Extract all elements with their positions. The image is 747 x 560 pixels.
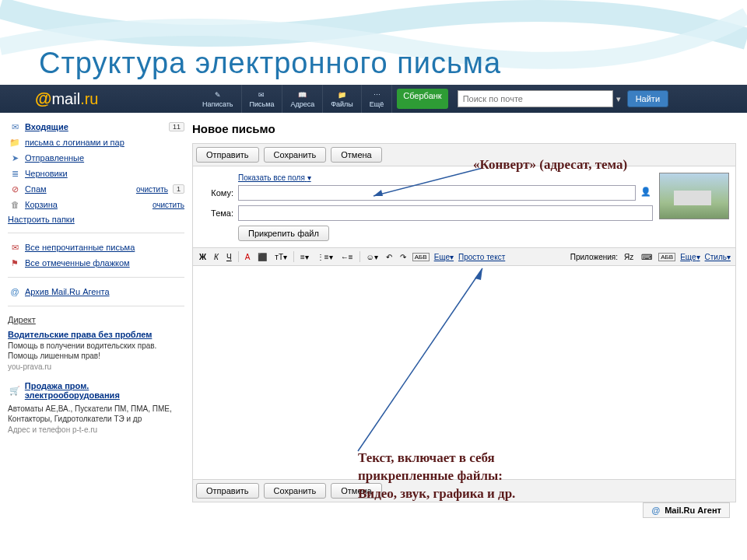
inbox-icon: ✉ [8, 121, 22, 132]
direkt-heading[interactable]: Директ [8, 313, 184, 327]
theme-thumbnail[interactable] [659, 173, 729, 219]
agent-bar[interactable]: @ Mail.Ru Агент [643, 502, 730, 518]
link-unread[interactable]: ✉ Все непрочитанные письма [8, 240, 184, 255]
separator [293, 251, 294, 262]
at-icon: @ [35, 89, 51, 109]
nav-label: Написать [202, 100, 233, 108]
save-button-bottom[interactable]: Сохранить [264, 483, 327, 499]
search-input[interactable] [458, 90, 613, 107]
divider [8, 277, 184, 278]
translit-button[interactable]: Яz [622, 252, 635, 262]
drafts-icon: ≣ [8, 168, 22, 179]
bg-color-button[interactable]: ⬛ [256, 252, 268, 262]
separator [359, 251, 360, 262]
chevron-down-icon: ▾ [307, 173, 311, 182]
to-input[interactable] [238, 185, 636, 201]
ad2-text: Автоматы АЕ,ВА., Пускатели ПМ, ПМА, ПМЕ,… [8, 402, 184, 425]
dropdown-icon[interactable]: ▾ [616, 94, 621, 104]
agent-label: Mail.Ru Агент [665, 506, 721, 515]
slide-title: Структура электронного письма [0, 0, 747, 85]
font-color-button[interactable]: A [244, 252, 252, 262]
send-button-bottom[interactable]: Отправить [196, 483, 259, 499]
italic-button[interactable]: К [212, 252, 220, 262]
clear-spam[interactable]: очистить [136, 185, 168, 194]
folder-label: Отправленные [25, 153, 84, 163]
spam-count: 1 [173, 184, 184, 194]
folder-trash[interactable]: 🗑 Корзина очистить [8, 197, 184, 212]
keyboard-button[interactable]: ⌨ [640, 252, 654, 262]
folder-inbox[interactable]: ✉ Входящие 11 [8, 119, 184, 135]
spellcheck-button[interactable]: АБВ [412, 253, 430, 261]
style-button[interactable]: Стиль▾ [705, 253, 731, 261]
ad2-title[interactable]: Продажа пром. электрооборудования [25, 381, 184, 400]
show-all-fields[interactable]: Показать все поля ▾ [199, 173, 311, 182]
save-button[interactable]: Сохранить [264, 147, 327, 163]
to-label: Кому: [199, 188, 233, 198]
nav-contacts[interactable]: 📖 Адреса [282, 85, 323, 113]
plaintext-button[interactable]: Просто текст [458, 253, 505, 261]
ad1-title[interactable]: Водительские права без проблем [8, 327, 184, 339]
envelope-icon: ✉ [8, 242, 22, 253]
ad1-text: Помощь в получении водительских прав. По… [8, 339, 184, 362]
logo-ru: .ru [80, 90, 98, 108]
send-button[interactable]: Отправить [196, 147, 259, 163]
search-button[interactable]: Найти [627, 90, 668, 107]
to-row: Кому: 👤 [199, 185, 653, 201]
pencil-icon: ✎ [215, 89, 221, 100]
nav-label: Файлы [331, 100, 353, 108]
folder-icon: 📁 [8, 137, 22, 148]
settings-folders[interactable]: Настроить папки [8, 212, 184, 226]
underline-button[interactable]: Ч [225, 252, 233, 262]
search-container: ▾ Найти [458, 85, 668, 113]
smiley-button[interactable]: ☺▾ [365, 252, 380, 262]
link-label: Все непрочитанные письма [25, 243, 135, 252]
sidebar: ✉ Входящие 11 📁 письма с логинами и пар … [0, 113, 192, 509]
subject-row: Тема: [199, 205, 653, 221]
cancel-button-bottom[interactable]: Отмена [331, 483, 381, 499]
divider [8, 306, 184, 306]
align-button[interactable]: ≡▾ [299, 252, 310, 262]
translate-button[interactable]: АБВ [658, 253, 675, 261]
nav-files[interactable]: 📁 Файлы [323, 85, 362, 113]
sberbank-button[interactable]: Сбербанк [397, 89, 447, 109]
font-size-button[interactable]: тT▾ [273, 252, 289, 262]
clear-trash[interactable]: очистить [153, 201, 184, 209]
cart-icon: 🛒 [8, 385, 22, 396]
subject-label: Тема: [199, 208, 233, 218]
folder-drafts[interactable]: ≣ Черновики [8, 166, 184, 181]
more-button[interactable]: Еще▾ [434, 253, 454, 261]
sent-icon: ➤ [8, 152, 22, 163]
envelope-icon: ✉ [258, 89, 265, 100]
redo-button[interactable]: ↷ [398, 252, 408, 262]
compose-title: Новое письмо [192, 119, 736, 143]
indent-button[interactable]: ←≡ [339, 252, 355, 262]
separator [238, 251, 239, 262]
nav-mail[interactable]: ✉ Письма [242, 85, 283, 113]
book-icon: 📖 [298, 89, 307, 100]
more2-button[interactable]: Еще▾ [680, 253, 700, 261]
divider [8, 233, 184, 233]
editor-body[interactable] [192, 266, 736, 480]
subject-input[interactable] [238, 205, 653, 221]
cancel-button[interactable]: Отмена [331, 147, 381, 163]
link-archive[interactable]: @ Архив Mail.Ru Агента [8, 284, 184, 299]
folder-label: Спам [25, 184, 47, 194]
link-flagged[interactable]: ⚑ Все отмеченные флажком [8, 255, 184, 271]
attach-button[interactable]: Прикрепить файл [238, 226, 329, 241]
undo-button[interactable]: ↶ [384, 252, 394, 262]
logo[interactable]: @ mail .ru [0, 85, 195, 113]
list-button[interactable]: ⋮≡▾ [315, 252, 335, 262]
nav-compose[interactable]: ✎ Написать [195, 85, 242, 113]
nav-label: Письма [250, 100, 275, 108]
folder-logins[interactable]: 📁 письма с логинами и пар [8, 135, 184, 150]
spam-icon: ⊘ [8, 184, 22, 194]
bold-button[interactable]: Ж [198, 252, 208, 262]
folder-sent[interactable]: ➤ Отправленные [8, 150, 184, 166]
folder-label: письма с логинами и пар [25, 138, 124, 147]
nav-label: Ещё [370, 100, 384, 108]
link-label: Все отмеченные флажком [25, 258, 130, 268]
folder-spam[interactable]: ⊘ Спам очистить 1 [8, 181, 184, 197]
nav-label: Адреса [290, 100, 314, 108]
nav-more[interactable]: ⋯ Ещё [362, 85, 392, 113]
contacts-icon[interactable]: 👤 [640, 187, 653, 199]
